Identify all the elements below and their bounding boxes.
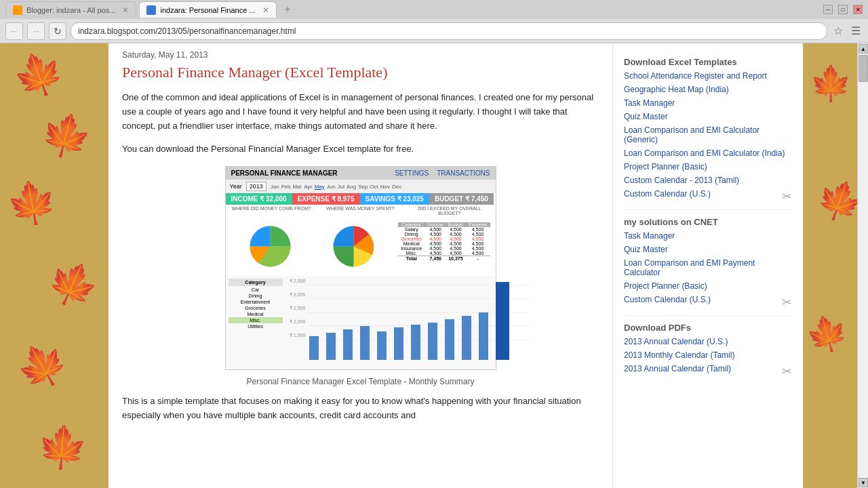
budget-value: ₹ 7,450 bbox=[465, 195, 488, 203]
dash-months: Jan Feb Mar Apr May Jun Jul Aug Sep Oct … bbox=[271, 184, 402, 190]
address-bar[interactable]: indzara.blogspot.com/2013/05/personalfin… bbox=[71, 22, 827, 40]
sidebar-link-loan-generic[interactable]: Loan Comparison and EMI Calculator (Gene… bbox=[624, 125, 792, 144]
forward-button[interactable]: → bbox=[27, 22, 45, 40]
bar-chart-svg bbox=[306, 279, 530, 367]
svg-rect-17 bbox=[479, 312, 488, 360]
sidebar-link-task[interactable]: Task Manager bbox=[624, 98, 792, 108]
dash-month-feb[interactable]: Feb bbox=[281, 184, 291, 190]
new-tab-button[interactable]: + bbox=[279, 3, 296, 16]
scrollbar-down-button[interactable]: ▼ bbox=[859, 478, 868, 487]
sidebar-link-planner[interactable]: Project Planner (Basic) bbox=[624, 162, 792, 171]
scissors-icon-2[interactable]: ✂ bbox=[782, 295, 792, 310]
maple-leaf-right-3: 🍁 bbox=[803, 310, 852, 359]
dash-month-nov[interactable]: Nov bbox=[380, 184, 390, 190]
sidebar-link-school[interactable]: School Attendance Register and Report bbox=[624, 71, 792, 81]
dash-transactions-link[interactable]: TRANSACTIONS bbox=[437, 169, 490, 177]
scrollbar-up-button[interactable]: ▲ bbox=[859, 44, 868, 54]
cnet-link-quiz[interactable]: Quiz Master bbox=[624, 245, 792, 254]
bookmark-icon[interactable]: ☆ bbox=[831, 24, 845, 38]
dash-month-oct[interactable]: Oct bbox=[370, 184, 378, 190]
dash-month-jul[interactable]: Jul bbox=[338, 184, 344, 190]
sidebar-link-cal-us[interactable]: Custom Calendar (U.S.) bbox=[624, 189, 711, 199]
section3-label: DID I EXCEED MY OVERALL BUDGET? bbox=[406, 206, 492, 216]
pdf-link-annual-us[interactable]: 2013 Annual Calendar (U.S.) bbox=[624, 337, 792, 346]
dash-year-label: Year bbox=[230, 183, 242, 190]
download-excel-title: Download Excel Templates bbox=[624, 57, 792, 67]
metrics-row: INCOME ₹ 32,000 EXPENSE ₹ 8,975 SAVINGS … bbox=[226, 193, 496, 205]
post-title: Personal Finance Manager (Excel Template… bbox=[122, 64, 599, 81]
income-metric: INCOME ₹ 32,000 bbox=[226, 193, 292, 205]
savings-label: SAVINGS bbox=[366, 195, 395, 203]
dash-links: SETTINGS TRANSACTIONS bbox=[395, 169, 490, 177]
maximize-button[interactable]: □ bbox=[838, 5, 848, 14]
cnet-link-cal-us[interactable]: Custom Calendar (U.S.) bbox=[624, 295, 711, 304]
budget-table: CategoryIncomeBudgetExpense Salary4,5004… bbox=[397, 221, 492, 272]
tab-indzara-close[interactable]: ✕ bbox=[262, 5, 269, 15]
svg-rect-14 bbox=[428, 323, 437, 360]
dash-month-apr[interactable]: Apr bbox=[304, 184, 312, 190]
post-body-2: You can download the Personal Financial … bbox=[122, 142, 599, 157]
sidebar-link-quiz[interactable]: Quiz Master bbox=[624, 112, 792, 121]
scissors-icon-1[interactable]: ✂ bbox=[782, 189, 792, 204]
post-body-3: This is a simple template that focuses o… bbox=[122, 394, 599, 423]
sidebar-link-geo[interactable]: Geographic Heat Map (India) bbox=[624, 85, 792, 94]
maple-leaf-4: 🍁 bbox=[40, 251, 106, 317]
indzara-favicon bbox=[146, 5, 156, 15]
cnet-link-loan[interactable]: Loan Comparison and EMI Payment Calculat… bbox=[624, 258, 792, 277]
dash-month-jun[interactable]: Jun bbox=[327, 184, 336, 190]
dash-month-aug[interactable]: Aug bbox=[347, 184, 356, 190]
svg-rect-7 bbox=[309, 336, 319, 360]
tab-indzara[interactable]: indzara: Personal Finance ... ✕ bbox=[139, 1, 276, 18]
dash-month-dec[interactable]: Dec bbox=[392, 184, 401, 190]
sidebar: Download Excel Templates School Attendan… bbox=[613, 43, 803, 488]
close-button[interactable]: ✕ bbox=[853, 5, 863, 14]
category-list: Category Car Dining Entertainment Grocer… bbox=[229, 279, 283, 367]
sidebar-link-cal-tamil[interactable]: Custom Calendar - 2013 (Tamil) bbox=[624, 176, 792, 185]
reload-button[interactable]: ↻ bbox=[49, 22, 66, 40]
main-content: Saturday, May 11, 2013 Personal Finance … bbox=[108, 43, 613, 488]
image-caption: Personal Finance Manager Excel Template … bbox=[122, 377, 599, 386]
section2-label: WHERE WAS MONEY SPENT? bbox=[317, 206, 403, 216]
budget-metric: BUDGET ₹ 7,450 bbox=[429, 193, 494, 205]
income-pie-chart bbox=[245, 221, 296, 272]
maple-leaf-right-1: 🍁 bbox=[810, 64, 852, 103]
scrollbar-thumb[interactable] bbox=[859, 55, 868, 82]
scissors-icon-3[interactable]: ✂ bbox=[782, 364, 792, 379]
savings-metric: SAVINGS ₹ 23,025 bbox=[360, 193, 429, 205]
pdf-title: Download PDFs bbox=[624, 323, 792, 333]
pdf-link-monthly-tamil[interactable]: 2013 Monthly Calendar (Tamil) bbox=[624, 350, 792, 360]
svg-rect-11 bbox=[377, 331, 387, 360]
post-body-1: One of the common and ideal applications… bbox=[122, 91, 599, 133]
expense-pie-chart bbox=[328, 221, 379, 272]
expense-value: ₹ 8,975 bbox=[332, 195, 355, 203]
dash-month-may[interactable]: May bbox=[315, 184, 325, 190]
maple-leaf-right-2: 🍁 bbox=[810, 172, 857, 230]
svg-rect-8 bbox=[326, 333, 336, 360]
bottom-chart: Category Car Dining Entertainment Grocer… bbox=[226, 276, 496, 369]
dash-year-value[interactable]: 2013 bbox=[246, 182, 267, 191]
income-label: INCOME bbox=[231, 195, 258, 203]
dash-month-mar[interactable]: Mar bbox=[292, 184, 302, 190]
tab-blogger[interactable]: Blogger: indzara - All pos... ✕ bbox=[5, 1, 136, 18]
blogger-favicon bbox=[13, 5, 22, 15]
bar-chart: ₹ 3,500 ₹ 3,000 ₹ 2,500 ₹ 2,000 ₹ 1,500 bbox=[285, 279, 493, 367]
pdf-link-annual-tamil[interactable]: 2013 Annual Calendar (Tamil) bbox=[624, 364, 731, 373]
savings-value: ₹ 23,025 bbox=[397, 195, 424, 203]
dash-month-jan[interactable]: Jan bbox=[271, 184, 279, 190]
back-button[interactable]: ← bbox=[5, 22, 23, 40]
scrollbar[interactable]: ▲ ▼ bbox=[857, 43, 868, 488]
tab-blogger-close[interactable]: ✕ bbox=[122, 5, 129, 15]
sidebar-link-loan-india[interactable]: Loan Comparison and EMI Calculator (Indi… bbox=[624, 148, 792, 158]
dash-month-sep[interactable]: Sep bbox=[358, 184, 368, 190]
minimize-button[interactable]: ─ bbox=[823, 5, 833, 14]
svg-rect-13 bbox=[411, 325, 420, 360]
dash-settings-link[interactable]: SETTINGS bbox=[395, 169, 429, 177]
menu-icon[interactable]: ☰ bbox=[849, 24, 863, 38]
cnet-link-task[interactable]: Task Manager bbox=[624, 231, 792, 241]
dash-title: PERSONAL FINANCE MANAGER bbox=[231, 169, 338, 177]
income-value: ₹ 32,000 bbox=[260, 195, 286, 203]
maple-leaf-3: 🍁 bbox=[3, 175, 61, 231]
maple-leaf-5: 🍁 bbox=[8, 332, 76, 399]
cnet-link-planner[interactable]: Project Planner (Basic) bbox=[624, 281, 792, 291]
tab-indzara-label: indzara: Personal Finance ... bbox=[160, 6, 255, 14]
